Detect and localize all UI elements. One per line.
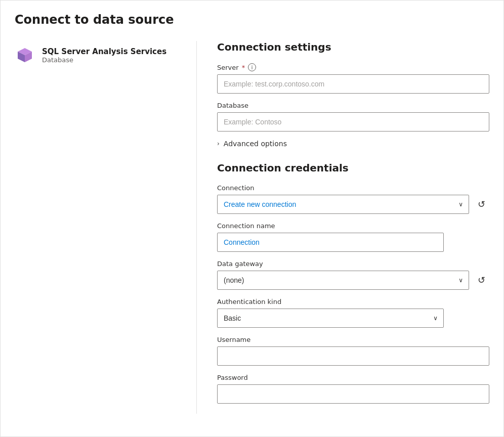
database-label: Database xyxy=(217,102,489,109)
data-source-name: SQL Server Analysis Services xyxy=(42,47,166,56)
database-input[interactable] xyxy=(217,112,489,132)
username-input[interactable] xyxy=(217,346,489,366)
credentials-section: Connection credentials Connection Create… xyxy=(217,162,489,404)
main-layout: SQL Server Analysis Services Database Co… xyxy=(15,41,489,414)
data-source-type: Database xyxy=(42,56,166,64)
data-gateway-dropdown-wrapper: (none) ∨ ↺ xyxy=(217,271,489,290)
password-label: Password xyxy=(217,374,489,381)
connection-label: Connection xyxy=(217,184,489,192)
connection-refresh-button[interactable]: ↺ xyxy=(473,196,489,212)
data-gateway-field-group: Data gateway (none) ∨ ↺ xyxy=(217,260,489,290)
password-field-group: Password xyxy=(217,374,489,404)
page-container: Connect to data source xyxy=(0,0,504,437)
advanced-options-toggle[interactable]: › Advanced options xyxy=(217,140,489,148)
username-label: Username xyxy=(217,336,489,343)
server-info-icon[interactable]: i xyxy=(248,63,256,71)
connection-select[interactable]: Create new connection xyxy=(217,195,469,214)
server-required-star: * xyxy=(242,64,245,71)
server-label: Server * i xyxy=(217,63,489,71)
auth-kind-dropdown-container: Basic Windows OAuth2 ∨ xyxy=(217,309,444,328)
advanced-options-label: Advanced options xyxy=(224,140,287,148)
database-field-group: Database xyxy=(217,102,489,132)
connection-name-input[interactable] xyxy=(217,233,444,252)
connection-settings-title: Connection settings xyxy=(217,41,489,53)
connection-name-label: Connection name xyxy=(217,222,489,230)
server-input[interactable] xyxy=(217,74,489,94)
server-field-group: Server * i xyxy=(217,63,489,94)
data-gateway-dropdown-container: (none) ∨ xyxy=(217,271,469,290)
chevron-right-icon: › xyxy=(217,140,220,147)
auth-kind-field-group: Authentication kind Basic Windows OAuth2… xyxy=(217,298,489,328)
data-gateway-select[interactable]: (none) xyxy=(217,271,469,290)
connection-field-group: Connection Create new connection ∨ ↺ xyxy=(217,184,489,214)
data-gateway-refresh-button[interactable]: ↺ xyxy=(473,272,489,288)
data-gateway-label: Data gateway xyxy=(217,260,489,268)
username-field-group: Username xyxy=(217,336,489,366)
page-title: Connect to data source xyxy=(15,13,489,27)
refresh-icon-2: ↺ xyxy=(478,275,485,286)
data-source-item: SQL Server Analysis Services Database xyxy=(15,41,180,69)
connection-dropdown-container: Create new connection ∨ xyxy=(217,195,469,214)
refresh-icon: ↺ xyxy=(478,199,485,210)
right-panel: Connection settings Server * i Database xyxy=(197,41,489,414)
left-panel: SQL Server Analysis Services Database xyxy=(15,41,197,414)
auth-kind-label: Authentication kind xyxy=(217,298,489,305)
connection-credentials-title: Connection credentials xyxy=(217,162,489,174)
connection-name-field-group: Connection name xyxy=(217,222,489,252)
auth-kind-select[interactable]: Basic Windows OAuth2 xyxy=(217,309,444,328)
password-input[interactable] xyxy=(217,384,489,404)
data-source-info: SQL Server Analysis Services Database xyxy=(42,47,166,64)
cube-icon xyxy=(15,45,35,65)
connection-dropdown-wrapper: Create new connection ∨ ↺ xyxy=(217,195,489,214)
